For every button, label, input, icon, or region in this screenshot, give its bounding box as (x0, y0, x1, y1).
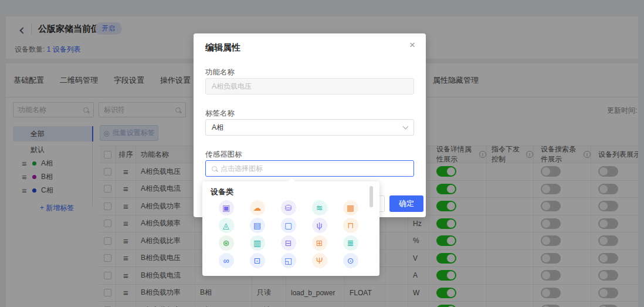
oven-icon[interactable]: ⊞ (312, 235, 327, 251)
search-icon (212, 166, 217, 171)
sensor-icon-input[interactable]: 点击选择图标 (205, 160, 414, 177)
antenna-icon[interactable]: Ψ (312, 253, 327, 268)
chip-icon[interactable]: ⊡ (250, 253, 265, 268)
signal-stack-icon[interactable]: ≋ (312, 200, 327, 215)
app-screen: 公版家储当前值 开启 设备数量: 1 设备列表 基础配置 二维码管理 字段设置 … (0, 0, 644, 307)
door-sensor-icon[interactable]: ◱ (281, 253, 296, 268)
pos-terminal-icon[interactable]: ▣ (219, 200, 234, 215)
solar-panel-icon[interactable]: ▦ (343, 200, 358, 215)
usb-hub-icon[interactable]: ψ (312, 218, 327, 233)
confirm-button[interactable]: 确定 (389, 195, 423, 212)
tag-name-label: 标签名称 (205, 109, 235, 119)
toolbox-icon[interactable]: ⊟ (281, 235, 296, 251)
tag-name-select[interactable]: A相 (205, 119, 414, 136)
scooter-icon[interactable]: ∞ (219, 253, 234, 268)
cloud-icon[interactable]: ☁ (250, 200, 265, 215)
tag-name-select-value: A相 (212, 123, 223, 133)
modal-title: 编辑属性 (205, 42, 240, 53)
monitor-icon[interactable]: ▢ (281, 218, 296, 233)
chevron-down-icon (403, 123, 409, 129)
icon-grid: ▣ ☁ ⛁ ≋ ▦ ◬ ▤ ▢ ψ ⊓ ⊛ ▥ ⊟ ⊞ ≣ ∞ ⊡ ◱ Ψ ⊙ (211, 199, 366, 269)
smart-lock-icon[interactable]: ⊓ (343, 218, 358, 233)
camera-icon[interactable]: ⊙ (343, 253, 358, 268)
scrollbar-thumb[interactable] (370, 186, 373, 207)
server-icon[interactable]: ⛁ (281, 200, 296, 215)
close-icon[interactable]: × (406, 39, 418, 51)
function-name-field: A相负载电压 (205, 78, 414, 95)
sensor-icon-placeholder: 点击选择图标 (221, 164, 263, 174)
cabinet-icon[interactable]: ▤ (250, 218, 265, 233)
function-name-label: 功能名称 (205, 68, 235, 77)
router-icon[interactable]: ≣ (343, 235, 358, 251)
sensor-icon-label: 传感器图标 (205, 150, 242, 160)
icon-category-label: 设备类 (211, 187, 233, 197)
terminal-icon[interactable]: ▥ (250, 235, 265, 251)
fan-icon[interactable]: ⊛ (219, 235, 234, 251)
icon-picker-panel: 设备类 ▣ ☁ ⛁ ≋ ▦ ◬ ▤ ▢ ψ ⊓ ⊛ ▥ ⊟ ⊞ ≣ ∞ ⊡ ◱ … (202, 181, 379, 276)
satellite-dish-icon[interactable]: ◬ (219, 218, 234, 233)
